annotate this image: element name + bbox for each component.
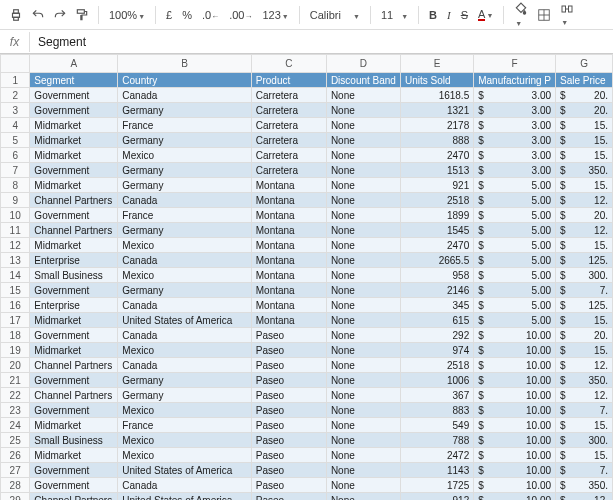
cell[interactable]: $125. <box>556 253 613 268</box>
cell[interactable]: $10.00 <box>474 463 556 478</box>
row-header[interactable]: 18 <box>1 328 30 343</box>
row-header[interactable]: 11 <box>1 223 30 238</box>
cell[interactable]: Government <box>30 88 118 103</box>
cell[interactable]: $5.00 <box>474 298 556 313</box>
cell[interactable]: $5.00 <box>474 313 556 328</box>
cell[interactable]: $300. <box>556 268 613 283</box>
cell[interactable]: $3.00 <box>474 163 556 178</box>
cell[interactable]: Montana <box>251 268 326 283</box>
cell[interactable]: 1143 <box>400 463 473 478</box>
cell[interactable]: $7. <box>556 283 613 298</box>
cell[interactable]: None <box>326 358 400 373</box>
cell[interactable]: $15. <box>556 133 613 148</box>
row-header[interactable]: 15 <box>1 283 30 298</box>
text-color-button[interactable]: A▼ <box>476 8 495 21</box>
cell[interactable]: Canada <box>118 328 251 343</box>
cell[interactable]: 1899 <box>400 208 473 223</box>
cell[interactable]: None <box>326 268 400 283</box>
row-header[interactable]: 3 <box>1 103 30 118</box>
cell[interactable]: Midmarket <box>30 118 118 133</box>
cell[interactable]: Canada <box>118 253 251 268</box>
cell[interactable]: Paseo <box>251 478 326 493</box>
row-header[interactable]: 21 <box>1 373 30 388</box>
cell[interactable]: 1725 <box>400 478 473 493</box>
cell[interactable]: None <box>326 373 400 388</box>
cell[interactable]: Paseo <box>251 433 326 448</box>
cell[interactable]: Paseo <box>251 358 326 373</box>
cell[interactable]: $5.00 <box>474 268 556 283</box>
cell[interactable]: None <box>326 238 400 253</box>
cell[interactable]: $3.00 <box>474 118 556 133</box>
fill-color-button[interactable]: ▼ <box>512 2 530 28</box>
cell[interactable]: $12. <box>556 223 613 238</box>
cell[interactable]: Mexico <box>118 343 251 358</box>
paint-format-icon[interactable] <box>74 7 90 23</box>
cell[interactable]: Enterprise <box>30 253 118 268</box>
cell[interactable]: Government <box>30 103 118 118</box>
cell[interactable]: $5.00 <box>474 193 556 208</box>
cell[interactable]: $15. <box>556 148 613 163</box>
cell[interactable]: None <box>326 223 400 238</box>
cell[interactable]: Midmarket <box>30 178 118 193</box>
header-cell[interactable]: Manufacturing P <box>474 73 556 88</box>
cell[interactable]: None <box>326 253 400 268</box>
cell[interactable]: $125. <box>556 298 613 313</box>
cell[interactable]: United States of America <box>118 493 251 501</box>
cell[interactable]: $20. <box>556 328 613 343</box>
cell[interactable]: None <box>326 118 400 133</box>
cell[interactable]: None <box>326 403 400 418</box>
col-header-D[interactable]: D <box>326 55 400 73</box>
cell[interactable]: Government <box>30 163 118 178</box>
cell[interactable]: Paseo <box>251 493 326 501</box>
cell[interactable]: None <box>326 328 400 343</box>
cell[interactable]: Carretera <box>251 103 326 118</box>
cell[interactable]: $10.00 <box>474 403 556 418</box>
cell[interactable]: 2665.5 <box>400 253 473 268</box>
cell[interactable]: $3.00 <box>474 133 556 148</box>
cell[interactable]: $10.00 <box>474 433 556 448</box>
cell[interactable]: $5.00 <box>474 223 556 238</box>
cell[interactable]: Government <box>30 208 118 223</box>
cell[interactable]: None <box>326 208 400 223</box>
font-select[interactable]: Calibri▼ <box>308 9 362 21</box>
cell[interactable]: Paseo <box>251 373 326 388</box>
row-header[interactable]: 7 <box>1 163 30 178</box>
row-header[interactable]: 17 <box>1 313 30 328</box>
cell[interactable]: Enterprise <box>30 298 118 313</box>
cell[interactable]: $7. <box>556 403 613 418</box>
cell[interactable]: Mexico <box>118 403 251 418</box>
cell[interactable]: Germany <box>118 133 251 148</box>
cell[interactable]: Channel Partners <box>30 388 118 403</box>
cell[interactable]: $5.00 <box>474 253 556 268</box>
cell[interactable]: $12. <box>556 493 613 501</box>
cell[interactable]: $12. <box>556 388 613 403</box>
cell[interactable]: $7. <box>556 463 613 478</box>
cell[interactable]: 958 <box>400 268 473 283</box>
cell[interactable]: 367 <box>400 388 473 403</box>
cell[interactable]: Government <box>30 478 118 493</box>
cell[interactable]: $10.00 <box>474 373 556 388</box>
row-header[interactable]: 9 <box>1 193 30 208</box>
row-header[interactable]: 28 <box>1 478 30 493</box>
cell[interactable]: 1321 <box>400 103 473 118</box>
cell[interactable]: $3.00 <box>474 103 556 118</box>
cell[interactable]: Midmarket <box>30 448 118 463</box>
cell[interactable]: $10.00 <box>474 478 556 493</box>
cell[interactable]: None <box>326 448 400 463</box>
print-icon[interactable] <box>8 7 24 23</box>
row-header[interactable]: 8 <box>1 178 30 193</box>
cell[interactable]: $10.00 <box>474 328 556 343</box>
row-header[interactable]: 13 <box>1 253 30 268</box>
cell[interactable]: None <box>326 478 400 493</box>
percent-button[interactable]: % <box>180 9 194 21</box>
decrease-decimals-button[interactable]: .0← <box>200 9 221 21</box>
cell[interactable]: $15. <box>556 238 613 253</box>
row-header[interactable]: 14 <box>1 268 30 283</box>
formula-input[interactable]: Segment <box>30 32 613 52</box>
cell[interactable]: None <box>326 133 400 148</box>
cell[interactable]: Carretera <box>251 148 326 163</box>
row-header[interactable]: 20 <box>1 358 30 373</box>
cell[interactable]: $5.00 <box>474 238 556 253</box>
cell[interactable]: None <box>326 193 400 208</box>
cell[interactable]: $3.00 <box>474 148 556 163</box>
